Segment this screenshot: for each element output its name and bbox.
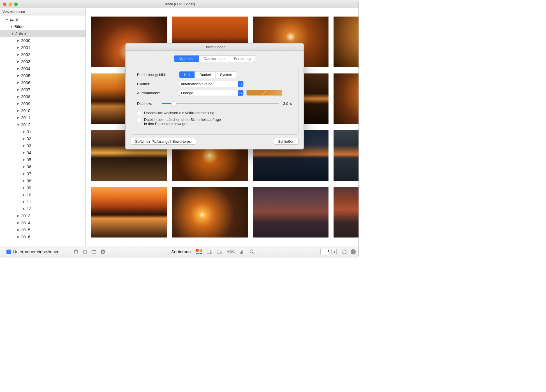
thumbnail[interactable] — [334, 17, 358, 67]
info-icon[interactable] — [350, 249, 356, 255]
thumbnail[interactable] — [334, 187, 358, 238]
tree-item-paul[interactable]: ▼paul — [0, 16, 85, 23]
tree-label: 11 — [27, 199, 31, 204]
zoom-input[interactable] — [320, 249, 332, 255]
sort-color-icon[interactable] — [196, 249, 202, 255]
zoom-stepper[interactable]: ▲▼ — [333, 249, 337, 255]
settings-tabs: Allgemein Dateiformate Sortierung — [174, 55, 256, 62]
trash-icon[interactable] — [73, 249, 79, 255]
tree-label: 2009 — [21, 101, 30, 106]
tree-item-month[interactable]: ▶10 — [0, 191, 85, 198]
chevron-right-icon: ▶ — [17, 81, 20, 84]
thumbnail[interactable] — [334, 130, 358, 181]
svg-point-12 — [250, 250, 253, 253]
chevron-right-icon: ▶ — [22, 207, 26, 211]
tree-item-month[interactable]: ▶08 — [0, 177, 85, 184]
slideshow-slider[interactable] — [162, 103, 279, 104]
svg-rect-8 — [217, 250, 221, 253]
thumbnail[interactable] — [172, 187, 248, 238]
tree-item-month[interactable]: ▶11 — [0, 198, 85, 205]
tree-item-year[interactable]: ▼2012 — [0, 121, 85, 128]
tree-item-year[interactable]: ▶2000 — [0, 37, 85, 44]
tree-item-year[interactable]: ▶2008 — [0, 93, 85, 100]
chevron-right-icon: ▶ — [17, 39, 20, 42]
chevron-right-icon: ▶ — [17, 102, 20, 105]
tree-label: 2012 — [21, 122, 30, 127]
tab-formats[interactable]: Dateiformate — [199, 56, 229, 62]
tree-item-month[interactable]: ▶06 — [0, 163, 85, 170]
sort-date-modified-icon[interactable] — [216, 249, 223, 255]
refresh-icon[interactable] — [341, 249, 347, 255]
svg-point-15 — [353, 250, 353, 251]
selection-color-swatch[interactable] — [246, 90, 282, 96]
appearance-label: Erscheinungsbild: — [137, 73, 176, 77]
appearance-dark[interactable]: Dunkel — [195, 72, 215, 78]
sort-date-taken-icon[interactable] — [206, 249, 212, 255]
sort-mode-buttons: ABC — [196, 249, 255, 255]
window-icon[interactable] — [91, 249, 97, 255]
tree-item-month[interactable]: ▶03 — [0, 142, 85, 149]
folder-tree[interactable]: ▼paul ▼Bilder ▼Jahre ▶2000▶2001▶2002▶200… — [0, 15, 85, 246]
chevron-updown-icon: ⌃⌄ — [238, 90, 243, 96]
appearance-light[interactable]: Hell — [179, 72, 195, 78]
chevron-right-icon: ▶ — [22, 200, 26, 204]
tree-label: 2002 — [21, 52, 30, 57]
tree-item-month[interactable]: ▶05 — [0, 156, 85, 163]
doubleclick-fullscreen-checkbox[interactable]: Doppelklick wechselt zur Vollbilddarstel… — [137, 111, 292, 115]
tree-item-year[interactable]: ▶2005 — [0, 72, 85, 79]
chevron-right-icon: ▶ — [22, 186, 26, 190]
checkbox-unchecked-icon — [137, 111, 141, 115]
chevron-right-icon: ▶ — [17, 60, 20, 63]
selcolor-select[interactable]: Orange ⌃⌄ — [179, 90, 244, 96]
tree-item-year[interactable]: ▶2010 — [0, 107, 85, 114]
tree-item-year[interactable]: ▶2003 — [0, 58, 85, 65]
chevron-right-icon: ▶ — [22, 144, 26, 147]
stack-icon[interactable] — [82, 249, 88, 255]
zoom-control: ▲▼ — [320, 249, 337, 255]
tree-item-bilder[interactable]: ▼Bilder — [0, 23, 85, 30]
tab-general[interactable]: Allgemein — [174, 56, 199, 62]
tree-item-month[interactable]: ▶12 — [0, 205, 85, 212]
chevron-right-icon: ▶ — [17, 74, 20, 77]
svg-rect-11 — [242, 250, 243, 254]
imagetitle-select[interactable]: automatisch / keine ⌃⌄ — [179, 81, 244, 87]
search-icon[interactable] — [249, 249, 255, 255]
sort-size-icon[interactable] — [239, 249, 245, 255]
tree-label: 2013 — [21, 213, 30, 218]
tree-item-month[interactable]: ▶04 — [0, 149, 85, 156]
tree-item-month[interactable]: ▶07 — [0, 170, 85, 177]
tree-item-year[interactable]: ▶2009 — [0, 100, 85, 107]
tree-item-year[interactable]: ▶2016 — [0, 233, 85, 240]
tree-item-year[interactable]: ▶2013 — [0, 212, 85, 219]
rate-button[interactable]: Gefällt dir PicArrange? Bewerte es. — [131, 138, 196, 145]
tree-item-year[interactable]: ▶2002 — [0, 51, 85, 58]
tree-item-month[interactable]: ▶02 — [0, 135, 85, 142]
tree-item-year[interactable]: ▶2004 — [0, 65, 85, 72]
tree-item-year[interactable]: ▶2015 — [0, 226, 85, 233]
tree-label: Bilder — [14, 24, 25, 29]
thumbnail[interactable] — [91, 187, 167, 238]
tree-item-jahre[interactable]: ▼Jahre — [0, 30, 85, 37]
tree-label: 2014 — [21, 220, 30, 225]
tab-sorting[interactable]: Sortierung — [229, 56, 255, 62]
chevron-right-icon: ▶ — [22, 193, 26, 197]
delete-noconfirm-checkbox[interactable]: Dateien beim Löschen ohne Sicherheitsabf… — [137, 117, 292, 126]
titlebar: Jahre (6695 Bilder) — [0, 0, 358, 8]
slideshow-label: Diashow: — [137, 102, 158, 106]
thumbnail[interactable] — [334, 73, 358, 124]
appearance-system[interactable]: System — [216, 72, 237, 78]
thumbnail[interactable] — [253, 187, 329, 238]
tree-item-month[interactable]: ▶09 — [0, 184, 85, 191]
cancel-circle-icon[interactable] — [100, 249, 106, 255]
tree-item-year[interactable]: ▶2007 — [0, 86, 85, 93]
include-subfolders-checkbox[interactable]: ✓ Unterordner einbeziehen — [3, 249, 59, 254]
tree-item-year[interactable]: ▶2006 — [0, 79, 85, 86]
tree-item-year[interactable]: ▶2011 — [0, 114, 85, 121]
chevron-right-icon: ▶ — [17, 53, 20, 56]
tree-item-month[interactable]: ▶01 — [0, 128, 85, 135]
close-button[interactable]: Schließen — [274, 138, 299, 145]
tree-item-year[interactable]: ▶2014 — [0, 219, 85, 226]
sort-name-icon[interactable]: ABC — [226, 249, 235, 255]
tree-item-year[interactable]: ▶2001 — [0, 44, 85, 51]
chevron-right-icon: ▶ — [22, 137, 26, 140]
